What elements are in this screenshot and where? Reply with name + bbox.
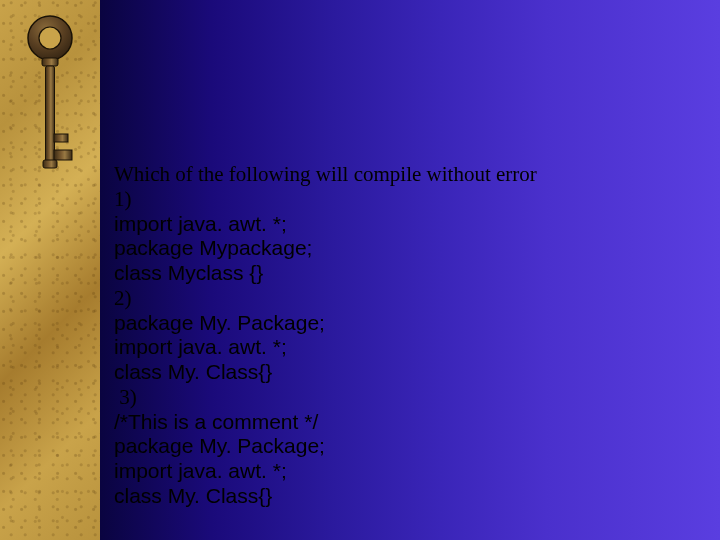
option-3-code-line: class My. Class{} xyxy=(114,484,674,509)
option-1-code-line: package Mypackage; xyxy=(114,236,674,261)
option-3-code-line: import java. awt. *; xyxy=(114,459,674,484)
svg-point-1 xyxy=(39,27,61,49)
option-3-code-line: /*This is a comment */ xyxy=(114,410,674,435)
option-2-label: 2) xyxy=(114,286,674,311)
key-icon xyxy=(22,12,78,182)
svg-rect-2 xyxy=(42,58,58,66)
svg-rect-6 xyxy=(43,160,57,168)
slide: Which of the following will compile with… xyxy=(0,0,720,540)
option-1-code-line: import java. awt. *; xyxy=(114,212,674,237)
option-2-code-line: package My. Package; xyxy=(114,311,674,336)
content-area: Which of the following will compile with… xyxy=(100,0,720,540)
svg-rect-4 xyxy=(54,134,68,142)
svg-rect-5 xyxy=(54,150,72,160)
sidebar-texture xyxy=(0,0,100,540)
option-1-code-line: class Myclass {} xyxy=(114,261,674,286)
option-3-code-line: package My. Package; xyxy=(114,434,674,459)
option-1-label: 1) xyxy=(114,187,674,212)
option-2-code-line: import java. awt. *; xyxy=(114,335,674,360)
question-text: Which of the following will compile with… xyxy=(114,162,674,187)
question-block: Which of the following will compile with… xyxy=(114,162,674,509)
option-2-code-line: class My. Class{} xyxy=(114,360,674,385)
option-3-label: 3) xyxy=(114,385,674,410)
svg-rect-3 xyxy=(46,66,55,162)
